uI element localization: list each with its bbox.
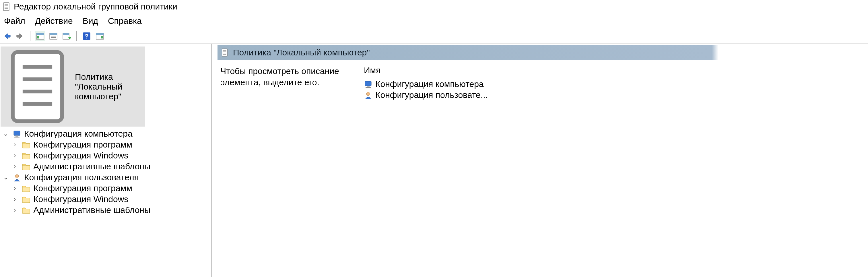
tree-node-user[interactable]: ⌄ Конфигурация пользователя <box>2 172 211 183</box>
tree-root-label: Политика "Локальный компьютер" <box>75 72 143 101</box>
detail-pane: Политика "Локальный компьютер" Чтобы про… <box>212 43 868 277</box>
expander-icon[interactable]: ⌄ <box>2 174 10 181</box>
arrow-left-icon <box>2 32 11 41</box>
tree-node-computer-child[interactable]: › Конфигурация Windows <box>11 150 211 161</box>
detail-header: Политика "Локальный компьютер" <box>217 45 868 60</box>
help-icon <box>82 32 91 41</box>
nav-forward-button[interactable] <box>15 31 25 41</box>
tree-node-label: Конфигурация Windows <box>33 151 128 160</box>
list-item[interactable]: Конфигурация пользовате... <box>364 90 488 100</box>
app-icon <box>2 2 10 11</box>
menu-action[interactable]: Действие <box>35 16 73 26</box>
tree-pane: Политика "Локальный компьютер" ⌄ Конфигу… <box>0 43 212 277</box>
arrow-right-icon <box>16 32 25 41</box>
user-icon <box>364 91 372 99</box>
list-item[interactable]: Конфигурация компьютера <box>364 79 488 90</box>
tree-node-user-child[interactable]: › Конфигурация Windows <box>11 194 211 205</box>
toolbar-separator <box>76 31 77 41</box>
user-icon <box>12 174 21 181</box>
menu-file[interactable]: Файл <box>4 16 25 26</box>
expander-icon[interactable]: ⌄ <box>2 130 10 137</box>
tree-node-label: Административные шаблоны <box>33 162 151 172</box>
toolbar-separator <box>30 31 30 41</box>
view-detail-button[interactable] <box>95 31 105 41</box>
tree-node-label: Конфигурация компьютера <box>24 129 132 138</box>
folder-icon <box>22 195 30 203</box>
panel-export-icon <box>62 32 71 41</box>
folder-icon <box>22 162 30 170</box>
tree-node-computer-child[interactable]: › Административные шаблоны <box>11 161 211 172</box>
toolbar <box>0 29 868 43</box>
export-button[interactable] <box>61 31 72 41</box>
expander-icon[interactable]: › <box>11 206 19 214</box>
detail-description: Чтобы просмотреть описание элемента, выд… <box>220 65 341 100</box>
tree-node-label: Конфигурация программ <box>33 140 132 150</box>
view-list-button[interactable] <box>48 31 59 41</box>
expander-icon[interactable]: › <box>11 195 19 203</box>
expander-icon[interactable]: › <box>11 152 19 159</box>
panel-list-icon <box>49 32 58 41</box>
computer-icon <box>12 130 21 138</box>
nav-back-button[interactable] <box>2 31 12 41</box>
tree-root[interactable]: Политика "Локальный компьютер" <box>1 46 145 127</box>
menu-bar: Файл Действие Вид Справка <box>0 13 868 29</box>
expander-icon[interactable]: › <box>11 185 19 192</box>
tree-node-label: Конфигурация Windows <box>33 194 128 204</box>
document-icon <box>221 48 228 57</box>
menu-view[interactable]: Вид <box>83 16 98 26</box>
column-header-name[interactable]: Имя <box>364 65 488 75</box>
tree-node-computer-child[interactable]: › Конфигурация программ <box>11 139 211 150</box>
folder-icon <box>22 141 30 149</box>
folder-icon <box>22 206 30 214</box>
view-tree-button[interactable] <box>35 31 45 41</box>
help-button[interactable] <box>82 31 92 41</box>
list-item-label: Конфигурация компьютера <box>375 79 484 89</box>
computer-icon <box>364 80 372 88</box>
list-item-label: Конфигурация пользовате... <box>375 90 488 100</box>
main-area: Политика "Локальный компьютер" ⌄ Конфигу… <box>0 43 868 277</box>
expander-icon[interactable]: › <box>11 141 19 148</box>
folder-icon <box>22 184 30 192</box>
tree-node-user-child[interactable]: › Административные шаблоны <box>11 205 211 216</box>
panel-tree-icon <box>36 32 45 41</box>
tree-node-computer[interactable]: ⌄ Конфигурация компьютера <box>2 128 211 139</box>
window-title: Редактор локальной групповой политики <box>14 2 177 11</box>
detail-header-label: Политика "Локальный компьютер" <box>233 48 370 57</box>
folder-icon <box>22 152 30 160</box>
menu-help[interactable]: Справка <box>108 16 142 26</box>
expander-icon[interactable]: › <box>11 163 19 170</box>
tree-node-user-child[interactable]: › Конфигурация программ <box>11 183 211 194</box>
title-bar: Редактор локальной групповой политики <box>0 0 868 13</box>
tree-node-label: Конфигурация пользователя <box>24 173 139 182</box>
tree-node-label: Конфигурация программ <box>33 183 132 193</box>
panel-detail-icon <box>95 32 104 41</box>
document-icon <box>3 47 72 126</box>
tree-node-label: Административные шаблоны <box>33 205 151 215</box>
